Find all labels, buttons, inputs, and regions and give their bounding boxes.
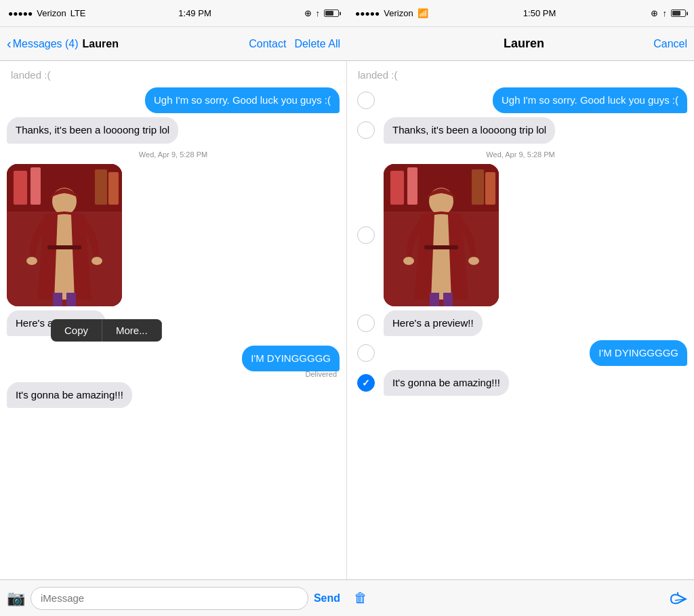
delete-all-button[interactable]: Delete All (294, 38, 340, 50)
image-bubble-right[interactable] (384, 164, 499, 306)
image-bubble-left[interactable] (7, 164, 122, 306)
message-sent-1: Ugh I'm so sorry. Good luck you guys :( (7, 87, 340, 113)
status-bar: ●●●●● Verizon LTE 1:49 PM ⊕ ↑ ●●●●● Veri… (0, 0, 694, 27)
back-label[interactable]: Messages (4) (13, 38, 79, 50)
svg-rect-10 (53, 293, 62, 306)
selectable-bubble-received-3[interactable]: It's gonna be amazing!!! (384, 370, 509, 396)
selectable-received-3: It's gonna be amazing!!! (354, 370, 687, 396)
select-circle-dying[interactable] (357, 344, 375, 362)
svg-rect-21 (424, 245, 458, 249)
costume-image-svg-right (384, 164, 499, 306)
battery-right (671, 9, 686, 17)
circle-col-received-3 (354, 374, 378, 392)
selectable-sent-1: Ugh I'm so sorry. Good luck you guys :( (354, 87, 687, 113)
status-bar-left: ●●●●● Verizon LTE 1:49 PM ⊕ ↑ (0, 0, 347, 26)
nav-bar: ‹ Messages (4) Lauren Contact Delete All… (0, 27, 694, 61)
messages-area-right: landed :( Ugh I'm so sorry. Good luck yo… (347, 61, 694, 579)
context-menu-container: Copy More... I'M DYINGGGGG Delivered (7, 340, 340, 378)
panels-container: landed :( Ugh I'm so sorry. Good luck yo… (0, 61, 694, 579)
bubble-received-1: Thanks, it's been a loooong trip lol (7, 117, 178, 143)
select-circle-received-1[interactable] (357, 121, 375, 139)
time-right: 1:50 PM (523, 8, 556, 18)
svg-rect-23 (443, 293, 453, 306)
forward-arrow-svg (668, 587, 687, 606)
context-menu[interactable]: Copy More... (51, 319, 162, 342)
circle-col-dying (354, 344, 378, 362)
svg-point-19 (403, 257, 414, 265)
cancel-button[interactable]: Cancel (653, 38, 687, 50)
svg-point-8 (91, 257, 102, 265)
delete-icon[interactable]: 🗑 (354, 590, 367, 606)
svg-rect-9 (47, 245, 81, 249)
selectable-image-right (354, 164, 687, 306)
circle-col-image (354, 226, 378, 244)
selectable-sent-dying: I'M DYINGGGGG (354, 340, 687, 366)
signal-dots-right: ●●●●● (355, 9, 380, 18)
svg-rect-3 (30, 167, 41, 205)
select-circle-sent-1[interactable] (357, 91, 375, 109)
nav-left: ‹ Messages (4) Lauren Contact Delete All (0, 27, 347, 60)
wifi-icon: 📶 (417, 8, 428, 18)
location-icon-left: ⊕ (304, 8, 312, 18)
truncated-msg-left: landed :( (7, 66, 340, 83)
back-button[interactable]: ‹ Messages (4) Lauren (7, 36, 119, 52)
status-bar-right: ●●●●● Verizon 📶 1:50 PM ⊕ ↑ (347, 0, 694, 26)
input-half-right: 🗑 (347, 580, 694, 616)
selectable-received-2: Here's a preview!! (354, 310, 687, 336)
svg-rect-11 (66, 293, 76, 306)
circle-col-received-2 (354, 314, 378, 332)
circle-col-sent-1 (354, 91, 378, 109)
more-menu-item[interactable]: More... (102, 319, 162, 342)
messages-area-left: landed :( Ugh I'm so sorry. Good luck yo… (0, 61, 346, 579)
circle-col-received-1 (354, 121, 378, 139)
selectable-bubble-received-2[interactable]: Here's a preview!! (384, 310, 483, 336)
nav-right: Lauren Cancel (347, 27, 694, 60)
svg-rect-17 (485, 172, 495, 205)
contact-button[interactable]: Contact (249, 38, 286, 50)
back-chevron-icon: ‹ (7, 36, 12, 52)
camera-button[interactable]: 📷 (7, 590, 25, 607)
location-icon-right: ⊕ (651, 8, 658, 18)
svg-rect-15 (407, 167, 417, 205)
svg-point-20 (468, 257, 479, 265)
carrier-left: Verizon (37, 8, 66, 18)
input-half-left: 📷 Send (0, 580, 347, 616)
selectable-bubble-dying[interactable]: I'M DYINGGGGG (590, 340, 687, 366)
bubble-sent-1: Ugh I'm so sorry. Good luck you guys :( (145, 87, 340, 113)
bubble-received-3: It's gonna be amazing!!! (7, 382, 132, 408)
copy-menu-item[interactable]: Copy (51, 319, 102, 342)
arrow-icon-right: ↑ (662, 8, 667, 18)
arrow-icon-left: ↑ (316, 8, 321, 18)
selectable-bubble-received-1[interactable]: Thanks, it's been a loooong trip lol (384, 117, 555, 143)
imessage-input-left[interactable] (30, 587, 308, 610)
svg-rect-2 (14, 171, 27, 205)
select-circle-received-2[interactable] (357, 314, 375, 332)
message-image-left (7, 164, 340, 306)
message-received-3: It's gonna be amazing!!! (7, 382, 340, 408)
selectable-bubble-sent-1[interactable]: Ugh I'm so sorry. Good luck you guys :( (493, 87, 687, 113)
timestamp-right-1: Wed, Apr 9, 5:28 PM (354, 150, 687, 159)
bubble-sent-dying[interactable]: I'M DYINGGGGG (242, 346, 340, 371)
send-button[interactable]: Send (314, 592, 340, 604)
svg-rect-5 (108, 172, 119, 205)
time-left: 1:49 PM (178, 8, 211, 18)
message-sent-dying: I'M DYINGGGGG (7, 346, 340, 371)
network-left: LTE (70, 8, 86, 18)
panel-left: landed :( Ugh I'm so sorry. Good luck yo… (0, 61, 347, 579)
message-received-1: Thanks, it's been a loooong trip lol (7, 117, 340, 143)
input-bar: 📷 Send 🗑 (0, 579, 694, 616)
battery-left (324, 9, 339, 17)
signal-dots-left: ●●●●● (8, 9, 33, 18)
select-circle-received-3[interactable] (357, 374, 375, 392)
share-icon[interactable] (668, 587, 687, 609)
svg-rect-14 (390, 171, 404, 205)
image-placeholder-right (384, 164, 499, 306)
nav-title-right: Lauren (394, 37, 653, 51)
selectable-received-1: Thanks, it's been a loooong trip lol (354, 117, 687, 143)
image-placeholder-left (7, 164, 122, 306)
contact-name-nav: Lauren (83, 38, 119, 50)
select-circle-image[interactable] (357, 226, 375, 244)
carrier-right: Verizon (384, 8, 413, 18)
svg-point-7 (26, 257, 37, 265)
svg-rect-22 (430, 293, 439, 306)
